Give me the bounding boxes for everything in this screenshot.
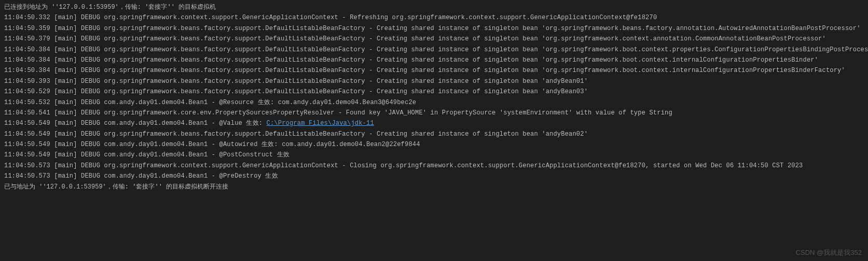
log-message: Creating shared instance of singleton be…	[377, 67, 845, 74]
log-line: 11:04:50.384 [main] DEBUG org.springfram…	[4, 65, 864, 76]
log-level: DEBUG	[81, 141, 100, 148]
log-message: Found key 'JAVA_HOME' in PropertySource …	[346, 109, 672, 117]
connection-status-connected: 已连接到地址为 ''127.0.0.1:53959'，传输: '套接字'' 的目…	[4, 2, 864, 12]
log-level: DEBUG	[81, 35, 100, 42]
log-logger: org.springframework.beans.factory.suppor…	[104, 56, 365, 64]
log-timestamp: 11:04:50.532	[4, 99, 50, 106]
log-timestamp: 11:04:50.359	[4, 25, 50, 32]
log-message: @PostConstruct 生效	[219, 151, 290, 158]
log-thread: [main]	[54, 78, 77, 85]
log-thread: [main]	[54, 99, 77, 106]
log-message: @Resource 生效: com.andy.day01.demo04.Bean…	[219, 99, 417, 106]
log-timestamp: 11:04:50.384	[4, 67, 50, 74]
log-timestamp: 11:04:50.379	[4, 35, 50, 42]
log-line: 11:04:50.359 [main] DEBUG org.springfram…	[4, 23, 864, 34]
log-message: Creating shared instance of singleton be…	[377, 88, 588, 95]
log-level: DEBUG	[81, 78, 100, 85]
log-line: 11:04:50.332 [main] DEBUG org.springfram…	[4, 12, 864, 23]
log-timestamp: 11:04:50.384	[4, 56, 50, 64]
connection-status-disconnected: 已与地址为 ''127.0.0.1:53959'，传输: '套接字'' 的目标虚…	[4, 182, 864, 192]
log-logger: org.springframework.beans.factory.suppor…	[104, 130, 365, 138]
log-line: 11:04:50.384 [main] DEBUG org.springfram…	[4, 55, 864, 65]
log-line: 11:04:50.549 [main] DEBUG com.andy.day01…	[4, 150, 864, 160]
log-logger: org.springframework.beans.factory.suppor…	[104, 35, 365, 42]
log-logger: com.andy.day01.demo04.Bean1	[104, 99, 208, 106]
log-logger: org.springframework.beans.factory.suppor…	[104, 46, 365, 53]
log-line: 11:04:50.384 [main] DEBUG org.springfram…	[4, 45, 864, 55]
log-thread: [main]	[54, 88, 77, 95]
log-thread: [main]	[54, 141, 77, 148]
log-message: Creating shared instance of singleton be…	[377, 78, 588, 85]
log-line: 11:04:50.532 [main] DEBUG com.andy.day01…	[4, 97, 864, 108]
log-logger: org.springframework.context.support.Gene…	[104, 162, 338, 169]
log-message: Creating shared instance of singleton be…	[377, 46, 868, 53]
log-level: DEBUG	[81, 14, 100, 21]
log-line: 11:04:50.541 [main] DEBUG org.springfram…	[4, 108, 864, 118]
log-timestamp: 11:04:50.549	[4, 130, 50, 138]
log-thread: [main]	[54, 162, 77, 169]
log-level: DEBUG	[81, 172, 100, 180]
log-level: DEBUG	[81, 162, 100, 169]
log-logger: org.springframework.context.support.Gene…	[104, 14, 338, 21]
log-level: DEBUG	[81, 46, 100, 53]
log-thread: [main]	[54, 120, 77, 127]
log-message: Creating shared instance of singleton be…	[377, 130, 588, 138]
log-message: Creating shared instance of singleton be…	[377, 25, 861, 32]
log-line: 11:04:50.549 [main] DEBUG com.andy.day01…	[4, 139, 864, 150]
log-timestamp: 11:04:50.541	[4, 109, 50, 117]
log-thread: [main]	[54, 67, 77, 74]
log-timestamp: 11:04:50.332	[4, 14, 50, 21]
log-logger: org.springframework.beans.factory.suppor…	[104, 25, 365, 32]
log-level: DEBUG	[81, 151, 100, 158]
log-message: Creating shared instance of singleton be…	[377, 35, 826, 42]
log-timestamp: 11:04:50.549	[4, 120, 50, 127]
log-logger: org.springframework.beans.factory.suppor…	[104, 78, 365, 85]
log-logger: com.andy.day01.demo04.Bean1	[104, 120, 208, 127]
log-thread: [main]	[54, 151, 77, 158]
log-timestamp: 11:04:50.573	[4, 172, 50, 180]
log-message: Creating shared instance of singleton be…	[377, 56, 818, 64]
log-logger: com.andy.day01.demo04.Bean1	[104, 172, 208, 180]
log-message: @PreDestroy 生效	[219, 172, 278, 180]
log-logger: org.springframework.beans.factory.suppor…	[104, 88, 365, 95]
log-level: DEBUG	[81, 120, 100, 127]
log-timestamp: 11:04:50.529	[4, 88, 50, 95]
log-level: DEBUG	[81, 109, 100, 117]
log-level: DEBUG	[81, 25, 100, 32]
log-level: DEBUG	[81, 67, 100, 74]
log-thread: [main]	[54, 172, 77, 180]
log-level: DEBUG	[81, 99, 100, 106]
log-thread: [main]	[54, 130, 77, 138]
log-thread: [main]	[54, 46, 77, 53]
log-timestamp: 11:04:50.549	[4, 151, 50, 158]
log-logger: org.springframework.core.env.PropertySou…	[104, 109, 334, 117]
log-line: 11:04:50.573 [main] DEBUG com.andy.day01…	[4, 171, 864, 181]
log-line: 11:04:50.529 [main] DEBUG org.springfram…	[4, 86, 864, 97]
log-level: DEBUG	[81, 130, 100, 138]
log-logger: com.andy.day01.demo04.Bean1	[104, 151, 208, 158]
log-line: 11:04:50.549 [main] DEBUG com.andy.day01…	[4, 118, 864, 128]
log-thread: [main]	[54, 35, 77, 42]
log-thread: [main]	[54, 25, 77, 32]
log-thread: [main]	[54, 109, 77, 117]
log-message: @Autowired 生效: com.andy.day01.demo04.Bea…	[219, 141, 420, 148]
log-line: 11:04:50.549 [main] DEBUG org.springfram…	[4, 129, 864, 139]
log-level: DEBUG	[81, 56, 100, 64]
log-thread: [main]	[54, 14, 77, 21]
log-thread: [main]	[54, 56, 77, 64]
log-timestamp: 11:04:50.384	[4, 46, 50, 53]
log-level: DEBUG	[81, 88, 100, 95]
log-logger: org.springframework.beans.factory.suppor…	[104, 67, 365, 74]
log-logger: com.andy.day01.demo04.Bean1	[104, 141, 208, 148]
log-line: 11:04:50.573 [main] DEBUG org.springfram…	[4, 161, 864, 171]
log-line: 11:04:50.393 [main] DEBUG org.springfram…	[4, 76, 864, 86]
log-line: 11:04:50.379 [main] DEBUG org.springfram…	[4, 34, 864, 44]
log-file-link[interactable]: C:\Program Files\Java\jdk-11	[267, 120, 374, 127]
log-timestamp: 11:04:50.573	[4, 162, 50, 169]
log-timestamp: 11:04:50.549	[4, 141, 50, 148]
log-message: Closing org.springframework.context.supp…	[350, 162, 803, 169]
log-output-container: 11:04:50.332 [main] DEBUG org.springfram…	[4, 12, 864, 181]
log-timestamp: 11:04:50.393	[4, 78, 50, 85]
log-message-prefix: @Value 生效:	[219, 120, 267, 127]
log-message: Refreshing org.springframework.context.s…	[350, 14, 657, 21]
